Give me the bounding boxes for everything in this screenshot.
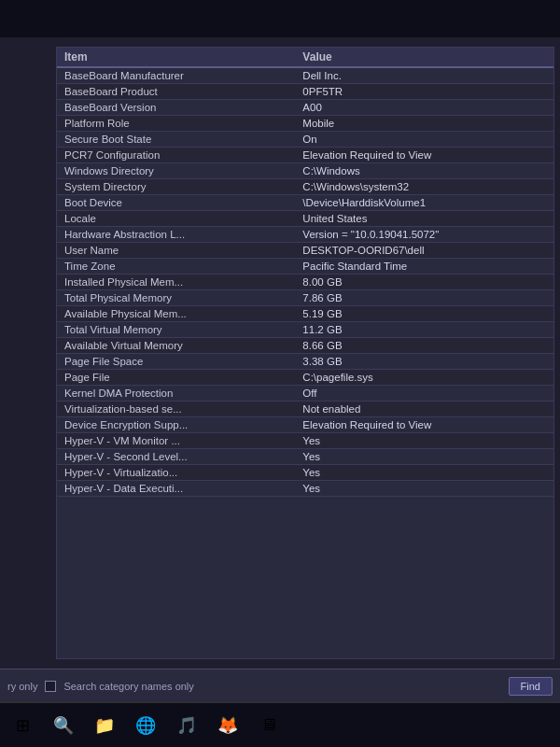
- system-info-table-container[interactable]: Item Value BaseBoard ManufacturerDell In…: [56, 47, 554, 659]
- table-cell-value: Not enabled: [295, 402, 553, 417]
- table-row[interactable]: Virtualization-based se...Not enabled: [57, 402, 553, 417]
- table-cell-item: Platform Role: [57, 116, 295, 132]
- table-row[interactable]: Hardware Abstraction L...Version = "10.0…: [57, 227, 553, 243]
- table-cell-value: C:\Windows\system32: [295, 179, 553, 195]
- table-cell-value: A00: [295, 100, 553, 116]
- table-row[interactable]: Hyper-V - Data Executi...Yes: [57, 481, 553, 497]
- table-cell-item: Hyper-V - VM Monitor ...: [57, 433, 295, 449]
- table-cell-item: Hardware Abstraction L...: [57, 227, 295, 243]
- table-cell-value: On: [295, 132, 553, 148]
- table-cell-item: Hyper-V - Virtualizatio...: [57, 465, 295, 481]
- table-cell-value: Version = "10.0.19041.5072": [295, 227, 553, 243]
- table-row[interactable]: Total Physical Memory7.86 GB: [57, 290, 553, 306]
- table-row[interactable]: BaseBoard VersionA00: [57, 100, 553, 116]
- taskbar: ⊞🔍📁🌐🎵🦊🖥: [0, 702, 560, 747]
- table-row[interactable]: Hyper-V - Virtualizatio...Yes: [57, 465, 553, 481]
- table-cell-item: Hyper-V - Data Executi...: [57, 481, 295, 497]
- table-cell-item: Available Physical Mem...: [57, 306, 295, 322]
- table-cell-item: Boot Device: [57, 195, 295, 211]
- table-row[interactable]: Available Virtual Memory8.66 GB: [57, 338, 553, 354]
- table-row[interactable]: PCR7 ConfigurationElevation Required to …: [57, 148, 553, 163]
- table-cell-value: 8.00 GB: [295, 275, 553, 290]
- table-cell-value: 7.86 GB: [295, 290, 553, 306]
- table-cell-item: System Directory: [57, 179, 295, 195]
- table-cell-value: 0PF5TR: [295, 84, 553, 100]
- table-cell-value: Yes: [295, 449, 553, 465]
- table-row[interactable]: Page FileC:\pagefile.sys: [57, 370, 553, 386]
- table-cell-value: Off: [295, 386, 553, 402]
- bottom-bar: ry only Search category names only Find: [0, 669, 560, 702]
- table-cell-value: Mobile: [295, 116, 553, 132]
- table-cell-item: BaseBoard Product: [57, 84, 295, 100]
- table-cell-item: Virtualization-based se...: [57, 402, 295, 417]
- table-cell-item: Secure Boot State: [57, 132, 295, 148]
- table-cell-value: 5.19 GB: [295, 306, 553, 322]
- table-cell-item: PCR7 Configuration: [57, 148, 295, 163]
- table-row[interactable]: Installed Physical Mem...8.00 GB: [57, 275, 553, 290]
- table-row[interactable]: Total Virtual Memory11.2 GB: [57, 322, 553, 338]
- search-checkbox[interactable]: [45, 681, 56, 692]
- table-cell-item: Total Physical Memory: [57, 290, 295, 306]
- firefox-taskbar[interactable]: 🦊: [209, 707, 246, 744]
- search-taskbar[interactable]: 🔍: [45, 707, 82, 744]
- table-cell-value: 11.2 GB: [295, 322, 553, 338]
- col-header-item: Item: [57, 48, 295, 67]
- table-row[interactable]: Windows DirectoryC:\Windows: [57, 163, 553, 179]
- table-cell-item: Locale: [57, 211, 295, 227]
- table-row[interactable]: LocaleUnited States: [57, 211, 553, 227]
- table-row[interactable]: Secure Boot StateOn: [57, 132, 553, 148]
- table-cell-item: BaseBoard Manufacturer: [57, 67, 295, 84]
- table-cell-item: Device Encryption Supp...: [57, 417, 295, 433]
- table-cell-value: C:\pagefile.sys: [295, 370, 553, 386]
- table-cell-item: Total Virtual Memory: [57, 322, 295, 338]
- table-cell-value: Elevation Required to View: [295, 417, 553, 433]
- table-row[interactable]: Platform RoleMobile: [57, 116, 553, 132]
- table-cell-value: Pacific Standard Time: [295, 259, 553, 275]
- table-cell-value: 8.66 GB: [295, 338, 553, 354]
- table-cell-item: Installed Physical Mem...: [57, 275, 295, 290]
- start-button[interactable]: ⊞: [4, 707, 41, 744]
- table-row[interactable]: Boot Device\Device\HarddiskVolume1: [57, 195, 553, 211]
- table-row[interactable]: Hyper-V - VM Monitor ...Yes: [57, 433, 553, 449]
- system-info-table: Item Value BaseBoard ManufacturerDell In…: [57, 48, 553, 497]
- search-label-prefix: ry only: [7, 681, 37, 692]
- table-cell-item: Available Virtual Memory: [57, 338, 295, 354]
- sys-taskbar[interactable]: 🖥: [250, 707, 287, 744]
- table-cell-value: Yes: [295, 433, 553, 449]
- table-cell-item: Page File: [57, 370, 295, 386]
- table-cell-value: DESKTOP-OORID67\dell: [295, 243, 553, 259]
- table-cell-item: Windows Directory: [57, 163, 295, 179]
- search-category-label: Search category names only: [63, 681, 193, 692]
- table-row[interactable]: Available Physical Mem...5.19 GB: [57, 306, 553, 322]
- table-cell-value: \Device\HarddiskVolume1: [295, 195, 553, 211]
- table-cell-item: BaseBoard Version: [57, 100, 295, 116]
- table-cell-value: Dell Inc.: [295, 67, 553, 84]
- table-row[interactable]: User NameDESKTOP-OORID67\dell: [57, 243, 553, 259]
- content-panel: Item Value BaseBoard ManufacturerDell In…: [56, 43, 560, 663]
- table-row[interactable]: Hyper-V - Second Level...Yes: [57, 449, 553, 465]
- table-row[interactable]: Kernel DMA ProtectionOff: [57, 386, 553, 402]
- table-row[interactable]: Time ZonePacific Standard Time: [57, 259, 553, 275]
- find-button[interactable]: Find: [509, 677, 553, 696]
- table-row[interactable]: BaseBoard ManufacturerDell Inc.: [57, 67, 553, 84]
- table-cell-item: Page File Space: [57, 354, 295, 370]
- table-cell-value: United States: [295, 211, 553, 227]
- table-row[interactable]: System DirectoryC:\Windows\system32: [57, 179, 553, 195]
- table-cell-item: User Name: [57, 243, 295, 259]
- top-bar: [0, 0, 560, 37]
- browser-taskbar[interactable]: 🌐: [127, 707, 164, 744]
- table-row[interactable]: Device Encryption Supp...Elevation Requi…: [57, 417, 553, 433]
- col-header-value: Value: [295, 48, 553, 67]
- table-cell-value: C:\Windows: [295, 163, 553, 179]
- table-cell-item: Hyper-V - Second Level...: [57, 449, 295, 465]
- media-taskbar[interactable]: 🎵: [168, 707, 205, 744]
- table-cell-item: Time Zone: [57, 259, 295, 275]
- table-cell-value: Yes: [295, 465, 553, 481]
- files-taskbar[interactable]: 📁: [86, 707, 123, 744]
- table-cell-value: Yes: [295, 481, 553, 497]
- table-cell-value: Elevation Required to View: [295, 148, 553, 163]
- table-row[interactable]: BaseBoard Product0PF5TR: [57, 84, 553, 100]
- sidebar: [0, 43, 56, 663]
- main-area: Item Value BaseBoard ManufacturerDell In…: [0, 37, 560, 669]
- table-row[interactable]: Page File Space3.38 GB: [57, 354, 553, 370]
